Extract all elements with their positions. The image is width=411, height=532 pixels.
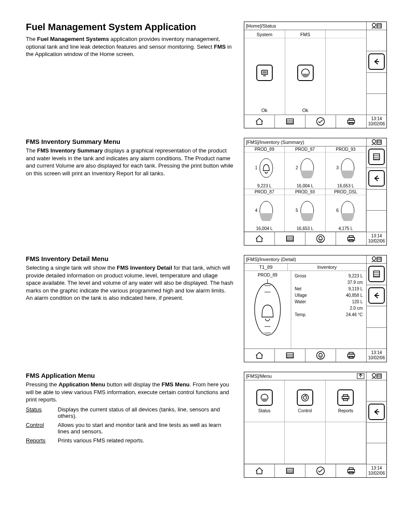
tank-number: 3 bbox=[336, 165, 339, 170]
side-slot-4 bbox=[367, 443, 386, 464]
svg-rect-14 bbox=[349, 118, 353, 120]
status-ok-button[interactable] bbox=[305, 115, 336, 128]
breadcrumb: [Home]/Status bbox=[244, 22, 367, 30]
svg-rect-70 bbox=[343, 395, 348, 396]
svg-point-42 bbox=[255, 283, 280, 335]
menu-button[interactable] bbox=[275, 464, 305, 477]
back-button[interactable] bbox=[367, 168, 386, 190]
svg-point-61 bbox=[372, 373, 376, 377]
tank-number: 1 bbox=[255, 165, 258, 170]
empty-tile bbox=[285, 422, 325, 464]
print-button[interactable] bbox=[336, 464, 367, 477]
detail-value: 9,119 L bbox=[349, 286, 363, 291]
system-tile[interactable]: System Ok bbox=[244, 30, 285, 115]
tank-tab[interactable]: T1_89 bbox=[244, 264, 288, 271]
alarm-button[interactable] bbox=[305, 232, 336, 245]
tank-volume: 4,175 L bbox=[326, 226, 366, 231]
side-slot-1 bbox=[367, 30, 386, 51]
home-button[interactable] bbox=[244, 232, 275, 245]
fms-icon bbox=[297, 65, 314, 81]
tank-icon bbox=[259, 200, 274, 221]
back-button[interactable] bbox=[367, 51, 386, 72]
tile-label: Control bbox=[298, 408, 312, 413]
tile-status: Ok bbox=[285, 107, 326, 114]
detail-value: 9,223 L bbox=[349, 274, 363, 278]
tank-icon bbox=[259, 158, 274, 178]
tank-cell[interactable]: PROD_8919,223 L bbox=[244, 146, 285, 189]
tank-cell[interactable]: PROD_87216,004 L bbox=[285, 146, 325, 189]
reports-tile[interactable]: Reports bbox=[326, 380, 366, 422]
clock: 13:1410/02/06 bbox=[367, 115, 386, 128]
detail-label: Net bbox=[295, 286, 302, 291]
tile-label: Reports bbox=[338, 408, 353, 413]
tank-number: 5 bbox=[296, 208, 298, 213]
svg-rect-71 bbox=[343, 398, 348, 401]
home-button[interactable] bbox=[244, 349, 275, 362]
tank-number: 2 bbox=[296, 165, 298, 170]
detail-value: 40,858 L bbox=[346, 293, 363, 298]
user-icon[interactable] bbox=[371, 23, 382, 29]
side-slot-1 bbox=[367, 380, 386, 401]
side-slot-3 bbox=[367, 190, 386, 211]
back-button[interactable] bbox=[367, 285, 386, 307]
svg-point-20 bbox=[260, 159, 273, 177]
svg-rect-1 bbox=[377, 24, 381, 28]
tank-product: PROD_93 bbox=[326, 146, 366, 152]
menu-button[interactable] bbox=[275, 115, 305, 128]
fms-tile[interactable]: FMS Ok bbox=[285, 30, 326, 115]
side-slot-4 bbox=[367, 211, 386, 232]
svg-rect-36 bbox=[349, 236, 353, 237]
inventory-tab[interactable]: Inventory bbox=[288, 264, 366, 271]
menu-button[interactable] bbox=[275, 349, 305, 362]
list-button[interactable] bbox=[367, 146, 386, 168]
back-button[interactable] bbox=[367, 401, 386, 423]
tank-volume: 9,223 L bbox=[244, 183, 284, 189]
print-button[interactable] bbox=[336, 232, 367, 245]
svg-point-67 bbox=[303, 396, 307, 399]
print-button[interactable] bbox=[336, 115, 367, 128]
home-button[interactable] bbox=[244, 115, 275, 128]
svg-rect-39 bbox=[377, 257, 381, 261]
control-tile[interactable]: Control bbox=[285, 380, 325, 422]
tank-number: 6 bbox=[336, 208, 339, 213]
menu-button[interactable] bbox=[275, 232, 305, 245]
tank-product: PROD_DSL bbox=[326, 189, 366, 195]
detail-row: Temp.24.46 °C bbox=[295, 311, 363, 318]
user-icon[interactable] bbox=[371, 256, 382, 262]
tank-product: PROD_87 bbox=[285, 146, 325, 152]
detail-value: 37.9 cm bbox=[347, 280, 363, 285]
svg-rect-17 bbox=[377, 140, 381, 144]
status-tile[interactable]: Status bbox=[244, 380, 285, 422]
section2-body: The FMS Inventory Summary displays a gra… bbox=[26, 147, 234, 177]
clock: 13:1410/02/06 bbox=[367, 464, 386, 477]
print-button[interactable] bbox=[336, 349, 367, 362]
tank-cell[interactable]: PROD_93316,653 L bbox=[326, 146, 366, 189]
alarm-button[interactable] bbox=[305, 349, 336, 362]
home-button[interactable] bbox=[244, 464, 275, 477]
definition-text: Allows you to start and monitor tank and… bbox=[58, 422, 234, 435]
tank-cell[interactable]: PROD_87416,004 L bbox=[244, 189, 285, 232]
tank-product: PROD_93 bbox=[285, 189, 325, 195]
side-slot-4 bbox=[367, 328, 386, 349]
empty-tile bbox=[244, 422, 285, 464]
definition-text: Prints various FMS related reports. bbox=[58, 437, 234, 444]
tank-cell[interactable]: PROD_93516,653 L bbox=[285, 189, 325, 232]
up-icon[interactable] bbox=[357, 373, 364, 379]
tank-volume: 16,004 L bbox=[285, 183, 325, 189]
status-ok-button[interactable] bbox=[305, 464, 336, 477]
user-icon[interactable] bbox=[371, 373, 382, 379]
list-button[interactable] bbox=[367, 264, 386, 285]
tank-cell[interactable]: PROD_DSL64,175 L bbox=[326, 189, 366, 232]
tank-gauge-icon bbox=[252, 279, 283, 339]
detail-value: 24.46 °C bbox=[346, 312, 363, 317]
svg-point-38 bbox=[372, 257, 376, 260]
section4-body: Pressing the Application Menu button wil… bbox=[26, 381, 234, 404]
side-slot-4 bbox=[367, 94, 386, 115]
detail-row: 2.0 cm bbox=[295, 305, 363, 311]
detail-value: 2.0 cm bbox=[350, 306, 363, 311]
user-icon[interactable] bbox=[371, 139, 382, 145]
svg-rect-62 bbox=[377, 374, 381, 378]
detail-row: Net9,119 L bbox=[295, 286, 363, 292]
detail-label: Temp. bbox=[295, 312, 306, 317]
detail-label: Gross bbox=[295, 274, 306, 278]
